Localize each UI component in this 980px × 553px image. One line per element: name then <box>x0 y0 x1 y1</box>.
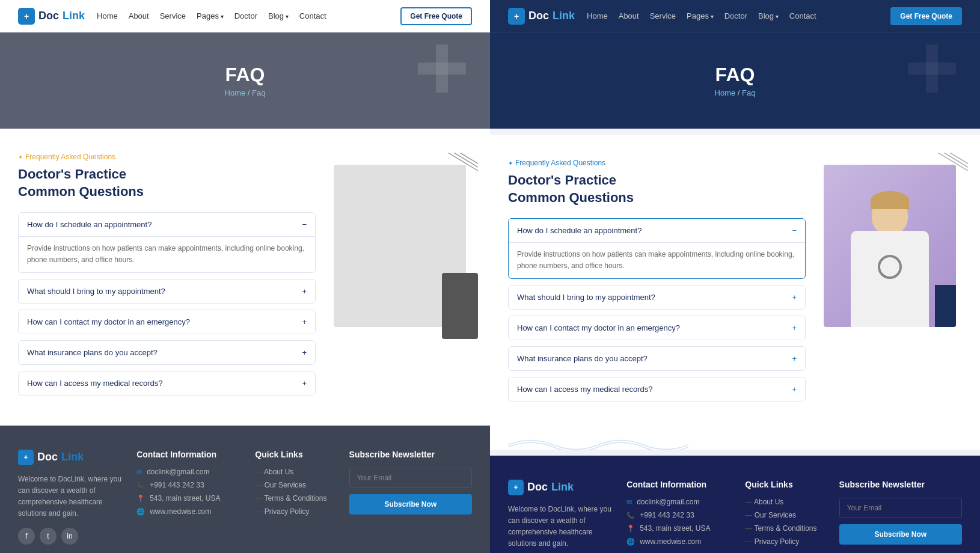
nav-about-right[interactable]: About <box>619 11 639 20</box>
faq-item-header-0-left[interactable]: How do I schedule an appointment? − <box>19 213 315 237</box>
footer-contact-title-left: Contact Information <box>136 450 243 459</box>
faq-question-2-right: How can I contact my doctor in an emerge… <box>517 323 680 332</box>
newsletter-email-right[interactable] <box>839 498 962 518</box>
footer-link-terms-right[interactable]: Terms & Conditions <box>745 524 827 533</box>
footer-link-about-left[interactable]: About Us <box>255 468 337 476</box>
nav-pages-left[interactable]: Pages <box>197 11 224 20</box>
faq-title-left: Doctor's Practice Common Questions <box>18 166 316 200</box>
social-instagram-left[interactable]: in <box>61 528 78 545</box>
faq-item-3-left[interactable]: What insurance plans do you accept? + <box>18 340 316 365</box>
footer-logo-link-left: Link <box>61 451 84 463</box>
footer-desc-right: Welcome to DocLink, where you can discov… <box>508 504 614 550</box>
footer-newsletter-title-right: Subscribe Newsletter <box>839 480 962 489</box>
faq-item-1-right[interactable]: What should I bring to my appointment? + <box>508 285 806 310</box>
faq-item-3-right[interactable]: What insurance plans do you accept? + <box>508 346 806 371</box>
faq-answer-0-right: Provide instructions on how patients can… <box>509 243 805 278</box>
nav-blog-right[interactable]: Blog <box>758 11 779 20</box>
cta-button-left[interactable]: Get Free Quote <box>400 7 472 25</box>
footer-logo-icon-left: + <box>18 450 34 465</box>
left-panel: + DocLink Home About Service Pages Docto… <box>0 0 490 553</box>
nav-contact-left[interactable]: Contact <box>299 11 326 20</box>
breadcrumb-right: Home / Faq <box>715 88 756 97</box>
faq-item-1-left[interactable]: What should I bring to my appointment? + <box>18 279 316 304</box>
nav-right: Home About Service Pages Doctor Blog Con… <box>587 11 890 20</box>
footer-logo-left: + DocLink <box>18 450 124 465</box>
faq-item-header-3-right[interactable]: What insurance plans do you accept? + <box>509 347 805 370</box>
hero-left: FAQ Home / Faq <box>0 32 490 129</box>
faq-toggle-0-left: − <box>302 220 307 229</box>
social-facebook-left[interactable]: f <box>18 528 35 545</box>
faq-item-2-left[interactable]: How can I contact my doctor in an emerge… <box>18 310 316 334</box>
breadcrumb-left: Home / Faq <box>225 88 266 97</box>
email-icon-left: ✉ <box>136 468 142 476</box>
footer-address-right: 📍 543, main street, USA <box>626 524 733 533</box>
footer-link-terms-left[interactable]: Terms & Conditions <box>255 494 337 503</box>
faq-item-header-1-left[interactable]: What should I bring to my appointment? + <box>19 280 315 303</box>
faq-item-header-1-right[interactable]: What should I bring to my appointment? + <box>509 286 805 309</box>
faq-item-header-2-left[interactable]: How can I contact my doctor in an emerge… <box>19 310 315 334</box>
logo-link-left: Link <box>63 10 85 22</box>
faq-question-1-left: What should I bring to my appointment? <box>27 287 165 296</box>
nav-home-left[interactable]: Home <box>97 11 118 20</box>
faq-question-1-right: What should I bring to my appointment? <box>517 293 655 302</box>
header-left: + DocLink Home About Service Pages Docto… <box>0 0 490 32</box>
footer-link-services-right[interactable]: Our Services <box>745 511 827 519</box>
footer-web-left: 🌐 www.medwise.com <box>136 507 243 516</box>
footer-contact-title-right: Contact Information <box>626 480 733 489</box>
nav-doctor-left[interactable]: Doctor <box>234 11 257 20</box>
hero-cross-left <box>418 44 466 95</box>
footer-contact-right: Contact Information ✉ doclink@gmail.com … <box>626 480 733 553</box>
newsletter-btn-right[interactable]: Subscribe Now <box>839 524 962 545</box>
footer-logo-icon-right: + <box>508 480 524 495</box>
social-twitter-left[interactable]: t <box>40 528 57 545</box>
footer-social-left: f t in <box>18 528 124 545</box>
faq-item-4-right[interactable]: How can I access my medical records? + <box>508 377 806 402</box>
cta-button-right[interactable]: Get Free Quote <box>890 7 962 25</box>
wave-deco-right <box>508 436 688 450</box>
nav-about-left[interactable]: About <box>129 11 149 20</box>
faq-section-left: Frequently Asked Questions Doctor's Prac… <box>0 129 490 426</box>
nav-home-right[interactable]: Home <box>587 11 608 20</box>
faq-toggle-4-right: + <box>792 385 797 394</box>
footer-link-privacy-right[interactable]: Privacy Policy <box>745 537 827 546</box>
doctor-figure <box>836 183 944 327</box>
footer-address-left: 📍 543, main street, USA <box>136 494 243 503</box>
footer-desc-left: Welcome to DocLink, where you can discov… <box>18 474 124 520</box>
footer-link-about-right[interactable]: About Us <box>745 498 827 506</box>
nav-blog-left[interactable]: Blog <box>268 11 289 20</box>
faq-title-right: Doctor's Practice Common Questions <box>508 172 806 206</box>
nav-service-left[interactable]: Service <box>160 11 186 20</box>
footer-web-right: 🌐 www.medwise.com <box>626 537 733 546</box>
footer-link-services-left[interactable]: Our Services <box>255 481 337 489</box>
faq-item-0-right[interactable]: How do I schedule an appointment? − Prov… <box>508 218 806 278</box>
faq-label-left: Frequently Asked Questions <box>18 153 316 161</box>
email-icon-right: ✉ <box>626 498 632 506</box>
hero-title-right: FAQ <box>715 64 755 86</box>
footer-logo-right: + DocLink <box>508 480 614 495</box>
faq-item-header-4-right[interactable]: How can I access my medical records? + <box>509 377 805 401</box>
faq-item-header-3-left[interactable]: What insurance plans do you accept? + <box>19 341 315 364</box>
nav-doctor-right[interactable]: Doctor <box>724 11 747 20</box>
nav-service-right[interactable]: Service <box>650 11 676 20</box>
footer-brand-left: + DocLink Welcome to DocLink, where you … <box>18 450 124 545</box>
logo-right: + DocLink <box>508 8 575 25</box>
nav-contact-right[interactable]: Contact <box>789 11 816 20</box>
newsletter-email-left[interactable] <box>349 468 472 488</box>
faq-question-0-left: How do I schedule an appointment? <box>27 220 152 229</box>
faq-item-header-4-left[interactable]: How can I access my medical records? + <box>19 371 315 395</box>
faq-item-2-right[interactable]: How can I contact my doctor in an emerge… <box>508 316 806 340</box>
faq-item-0-left[interactable]: How do I schedule an appointment? − Prov… <box>18 212 316 272</box>
breadcrumb-home-left: Home <box>225 88 246 97</box>
faq-placeholder-left <box>334 165 466 327</box>
phone-icon-left: 📞 <box>136 481 145 489</box>
nav-pages-right[interactable]: Pages <box>687 11 714 20</box>
faq-item-4-left[interactable]: How can I access my medical records? + <box>18 371 316 396</box>
footer-logo-link-right: Link <box>551 481 574 493</box>
faq-item-header-0-right[interactable]: How do I schedule an appointment? − <box>509 219 805 243</box>
logo-left: + DocLink <box>18 8 85 25</box>
footer-link-privacy-left[interactable]: Privacy Policy <box>255 507 337 516</box>
nav-left: Home About Service Pages Doctor Blog Con… <box>97 11 400 20</box>
web-icon-right: 🌐 <box>626 538 635 546</box>
newsletter-btn-left[interactable]: Subscribe Now <box>349 494 472 515</box>
faq-item-header-2-right[interactable]: How can I contact my doctor in an emerge… <box>509 316 805 340</box>
